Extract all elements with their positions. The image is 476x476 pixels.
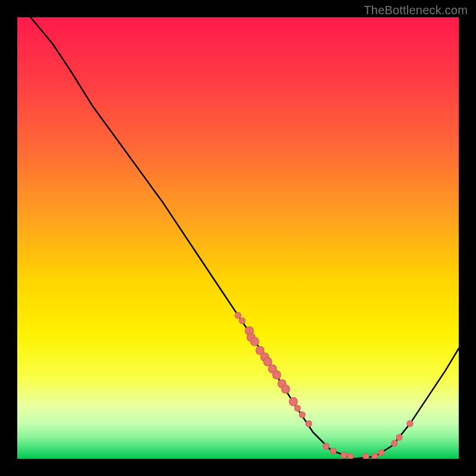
chart-stage: TheBottleneck.com (0, 0, 476, 476)
watermark-text: TheBottleneck.com (364, 4, 468, 17)
curve-layer (17, 17, 459, 459)
plot-area (17, 17, 459, 459)
bottleneck-curve (30, 17, 459, 459)
